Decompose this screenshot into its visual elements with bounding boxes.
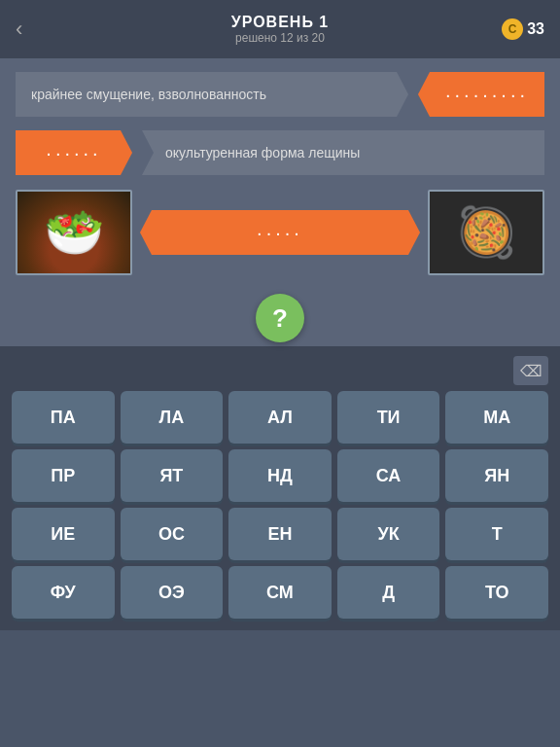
letter-btn-18[interactable]: Д bbox=[337, 566, 440, 619]
clue-row-2: ······ окультуренная форма лещины bbox=[16, 130, 544, 175]
letter-btn-5[interactable]: ПР bbox=[12, 449, 115, 502]
level-title: УРОВЕНЬ 1 bbox=[231, 14, 329, 31]
clue-text-1: крайнее смущение, взволнованность bbox=[16, 72, 408, 117]
back-button[interactable]: ‹ bbox=[16, 17, 22, 42]
image-row: ····· bbox=[16, 189, 544, 276]
letter-btn-19[interactable]: ТО bbox=[445, 566, 548, 619]
hint-area: ? bbox=[0, 286, 560, 346]
coins-count: 33 bbox=[527, 20, 544, 38]
letter-btn-6[interactable]: ЯТ bbox=[121, 449, 224, 502]
progress-label: решено 12 из 20 bbox=[231, 31, 329, 45]
clue-row-1: крайнее смущение, взволнованность ······… bbox=[16, 72, 544, 117]
food-image-1 bbox=[16, 190, 132, 275]
header: ‹ УРОВЕНЬ 1 решено 12 из 20 C 33 bbox=[0, 0, 560, 58]
letter-btn-4[interactable]: МА bbox=[445, 391, 548, 444]
letter-btn-3[interactable]: ТИ bbox=[337, 391, 440, 444]
letter-btn-1[interactable]: ЛА bbox=[121, 391, 224, 444]
letter-btn-13[interactable]: УК bbox=[337, 508, 440, 560]
letter-btn-12[interactable]: ЕН bbox=[228, 508, 332, 560]
delete-button[interactable]: ⌫ bbox=[513, 356, 548, 385]
letter-btn-8[interactable]: СА bbox=[337, 449, 440, 502]
letter-btn-17[interactable]: СМ bbox=[228, 566, 332, 619]
letter-btn-15[interactable]: ФУ bbox=[12, 566, 115, 619]
letter-btn-2[interactable]: АЛ bbox=[228, 391, 332, 444]
letter-btn-16[interactable]: ОЭ bbox=[121, 566, 224, 619]
letter-btn-7[interactable]: НД bbox=[228, 449, 332, 502]
coins-badge: C 33 bbox=[502, 18, 544, 40]
answer-box-1[interactable]: ········· bbox=[418, 72, 544, 117]
keyboard-area: ⌫ ПАЛААЛТИМАПРЯТНДСАЯНИЕОСЕНУКТФУОЭСМДТО bbox=[0, 346, 560, 630]
letter-btn-11[interactable]: ОС bbox=[121, 508, 224, 560]
answer-box-2[interactable]: ······ bbox=[16, 130, 132, 175]
letter-btn-9[interactable]: ЯН bbox=[445, 449, 548, 502]
letter-btn-0[interactable]: ПА bbox=[12, 391, 115, 444]
clue-text-2: окультуренная форма лещины bbox=[142, 130, 544, 175]
coin-icon: C bbox=[502, 18, 523, 40]
header-center: УРОВЕНЬ 1 решено 12 из 20 bbox=[231, 14, 329, 45]
delete-row: ⌫ bbox=[12, 356, 548, 385]
letter-btn-10[interactable]: ИЕ bbox=[12, 508, 115, 560]
letter-grid: ПАЛААЛТИМАПРЯТНДСАЯНИЕОСЕНУКТФУОЭСМДТО bbox=[12, 391, 548, 619]
answer-box-3[interactable]: ····· bbox=[140, 210, 420, 255]
letter-btn-14[interactable]: Т bbox=[445, 508, 548, 560]
food-image-2 bbox=[428, 190, 544, 275]
game-area: крайнее смущение, взволнованность ······… bbox=[0, 58, 560, 286]
hint-button[interactable]: ? bbox=[256, 294, 304, 342]
